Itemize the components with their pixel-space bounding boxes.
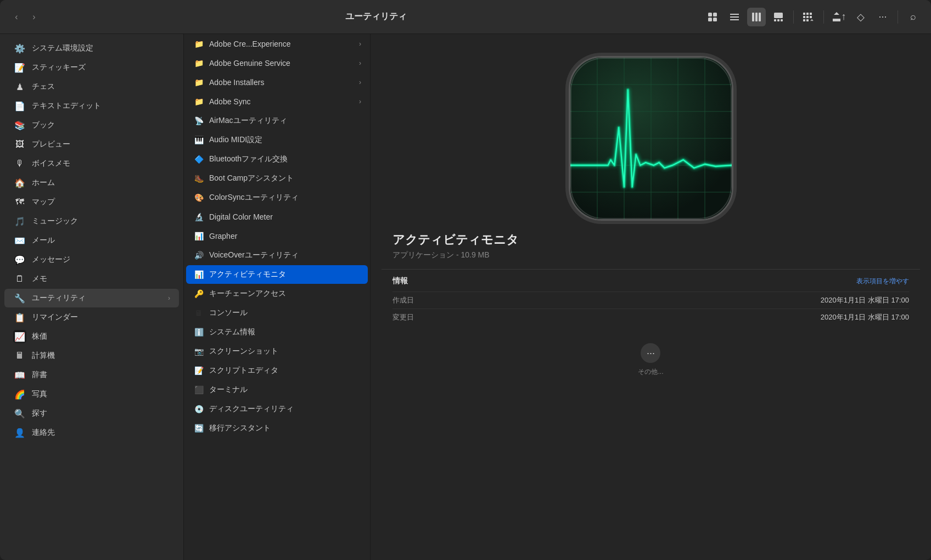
file-name-console: コンソール [209, 308, 361, 318]
file-icon-digital-color: 🔬 [193, 211, 205, 223]
file-icon-migration: 🔄 [193, 422, 205, 434]
svg-rect-3 [713, 18, 717, 21]
sidebar-item-stickies[interactable]: 📝スティッキーズ [4, 58, 179, 77]
view-icon-btn[interactable] [703, 8, 722, 26]
sidebar-item-music[interactable]: 🎵ミュージック [4, 212, 179, 231]
file-item-migration[interactable]: 🔄移行アシスタント [186, 419, 368, 438]
file-icon-grapher: 📊 [193, 230, 205, 242]
file-item-grapher[interactable]: 📊Grapher [186, 227, 368, 245]
file-item-adobe-genuine[interactable]: 📁Adobe Genuine Service› [186, 54, 368, 72]
sidebar-label-home: ホーム [32, 178, 170, 188]
file-icon-console: 🖥 [193, 307, 205, 319]
sidebar-item-reminders[interactable]: 📋リマインダー [4, 308, 179, 327]
sidebar-item-dictionary[interactable]: 📖辞書 [4, 366, 179, 384]
file-item-system-info[interactable]: ℹ️システム情報 [186, 323, 368, 341]
more-options-btn[interactable]: ··· [641, 343, 660, 363]
view-list-btn[interactable] [725, 8, 744, 26]
sidebar-item-maps[interactable]: 🗺マップ [4, 193, 179, 211]
info-more-btn[interactable]: 表示項目を増やす [856, 277, 909, 286]
file-item-audio-midi[interactable]: 🎹Audio MIDI設定 [186, 131, 368, 149]
sidebar-label-find-my: 探す [32, 408, 170, 418]
sidebar-item-calculator[interactable]: 🖩計算機 [4, 346, 179, 365]
file-item-adobe-sync[interactable]: 📁Adobe Sync› [186, 92, 368, 111]
svg-rect-18 [806, 16, 809, 18]
sidebar-item-textedit[interactable]: 📄テキストエディット [4, 97, 179, 115]
group-btn[interactable] [799, 8, 818, 26]
sidebar-item-system-prefs[interactable]: ⚙️システム環境設定 [4, 39, 179, 58]
sidebar-item-home[interactable]: 🏠ホーム [4, 173, 179, 192]
file-icon-adobe-genuine: 📁 [193, 57, 205, 69]
file-name-screenshot: スクリーンショット [209, 346, 361, 356]
sidebar-item-find-my[interactable]: 🔍探す [4, 404, 179, 423]
sidebar-item-mail[interactable]: ✉️メール [4, 231, 179, 250]
file-item-adobe-cre-exp[interactable]: 📁Adobe Cre...Experience› [186, 35, 368, 53]
file-name-activity-monitor: アクティビティモニタ [209, 270, 361, 279]
sidebar-item-messages[interactable]: 💬メッセージ [4, 250, 179, 269]
svg-rect-21 [810, 16, 812, 18]
view-column-btn[interactable] [747, 8, 766, 26]
file-item-disk-utility[interactable]: 💿ディスクユーティリティ [186, 400, 368, 418]
file-item-airmac[interactable]: 📡AirMacユーティリティ [186, 111, 368, 130]
file-name-bluetooth: Bluetoothファイル交換 [209, 154, 361, 164]
file-icon-activity-monitor: 📊 [193, 268, 205, 281]
sidebar-label-photos: 写真 [32, 389, 170, 399]
app-icon [569, 56, 733, 221]
sidebar-item-stocks[interactable]: 📈株価 [4, 327, 179, 346]
file-item-screenshot[interactable]: 📷スクリーンショット [186, 342, 368, 361]
svg-rect-17 [806, 13, 809, 15]
sidebar-item-preview[interactable]: 🖼プレビュー [4, 135, 179, 154]
arrow-icon: › [359, 79, 361, 86]
file-icon-colorsync: 🎨 [193, 192, 205, 204]
file-name-airmac: AirMacユーティリティ [209, 116, 361, 126]
file-name-digital-color: Digital Color Meter [209, 212, 361, 221]
sidebar-item-notes[interactable]: 🗒メモ [4, 270, 179, 288]
file-name-migration: 移行アシスタント [209, 423, 361, 433]
sidebar-icon-stocks: 📈 [13, 330, 26, 343]
svg-rect-8 [755, 13, 758, 21]
sidebar-icon-messages: 💬 [13, 253, 26, 266]
file-item-boot-camp[interactable]: 🥾Boot Campアシスタント [186, 169, 368, 188]
forward-button[interactable]: › [26, 9, 42, 25]
sidebar-item-contacts[interactable]: 👤連絡先 [4, 423, 179, 442]
svg-rect-19 [806, 19, 809, 21]
view-gallery-btn[interactable] [769, 8, 788, 26]
more-actions-btn[interactable]: ··· [873, 8, 892, 26]
sidebar-icon-system-prefs: ⚙️ [13, 42, 26, 55]
separator-3 [898, 10, 898, 24]
file-name-keychain: キーチェーンアクセス [209, 289, 361, 299]
file-item-adobe-installers[interactable]: 📁Adobe Installers› [186, 73, 368, 92]
separator-1 [793, 10, 794, 24]
nav-buttons: ‹ › [9, 9, 42, 25]
file-item-activity-monitor[interactable]: 📊アクティビティモニタ [186, 265, 368, 284]
modified-row: 変更日 2020年1月1日 水曜日 17:00 [392, 309, 909, 326]
sidebar-item-books[interactable]: 📚ブック [4, 116, 179, 135]
back-button[interactable]: ‹ [9, 9, 24, 25]
svg-rect-0 [708, 13, 712, 16]
file-item-colorsync[interactable]: 🎨ColorSyncユーティリティ [186, 188, 368, 207]
file-item-script-editor[interactable]: 📝スクリプトエディタ [186, 361, 368, 380]
file-name-adobe-cre-exp: Adobe Cre...Experience [209, 40, 355, 48]
file-item-console[interactable]: 🖥コンソール [186, 304, 368, 322]
tag-btn[interactable]: ◇ [851, 8, 870, 26]
file-item-digital-color[interactable]: 🔬Digital Color Meter [186, 208, 368, 226]
sidebar-label-stickies: スティッキーズ [32, 63, 170, 72]
search-btn[interactable]: ⌕ [904, 8, 922, 26]
app-icon-container [569, 56, 733, 221]
sidebar-icon-textedit: 📄 [13, 99, 26, 113]
file-item-bluetooth[interactable]: 🔷Bluetoothファイル交換 [186, 150, 368, 169]
share-btn[interactable]: ↑ [829, 8, 848, 26]
sidebar-item-utilities[interactable]: 🔧ユーティリティ› [4, 289, 179, 307]
sidebar-icon-notes: 🗒 [13, 272, 26, 285]
file-item-keychain[interactable]: 🔑キーチェーンアクセス [186, 284, 368, 303]
sidebar-item-photos[interactable]: 🌈写真 [4, 385, 179, 404]
file-name-grapher: Grapher [209, 232, 361, 240]
modified-label: 変更日 [392, 312, 414, 322]
sidebar-item-voicememo[interactable]: 🎙ボイスメモ [4, 154, 179, 173]
file-name-adobe-installers: Adobe Installers [209, 78, 355, 87]
file-item-terminal[interactable]: ⬛ターミナル [186, 380, 368, 399]
sidebar-icon-calculator: 🖩 [13, 349, 26, 362]
file-item-voiceover[interactable]: 🔊VoiceOverユーティリティ [186, 246, 368, 265]
file-name-terminal: ターミナル [209, 385, 361, 395]
sidebar-item-chess[interactable]: ♟チェス [4, 77, 179, 96]
sidebar-icon-stickies: 📝 [13, 61, 26, 74]
